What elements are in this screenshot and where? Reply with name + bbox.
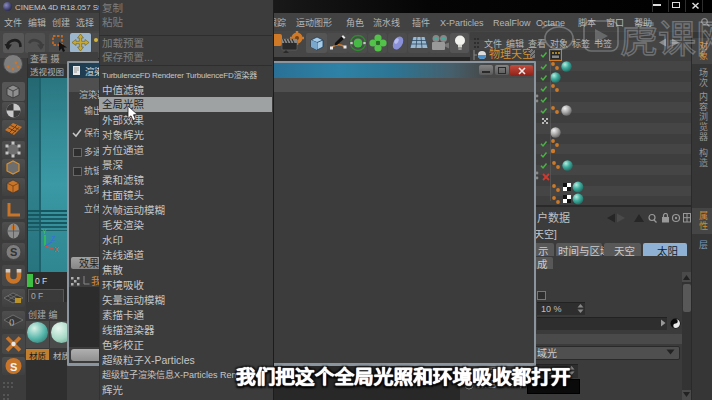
svg-text:S: S xyxy=(10,361,17,373)
svg-text:Y: Y xyxy=(42,228,47,235)
svg-text:虎课网: 虎课网 xyxy=(620,18,712,59)
svg-text:(): () xyxy=(9,317,15,326)
svg-text:X: X xyxy=(54,246,59,253)
svg-text:Z: Z xyxy=(51,235,56,242)
svg-text:S: S xyxy=(10,246,17,258)
